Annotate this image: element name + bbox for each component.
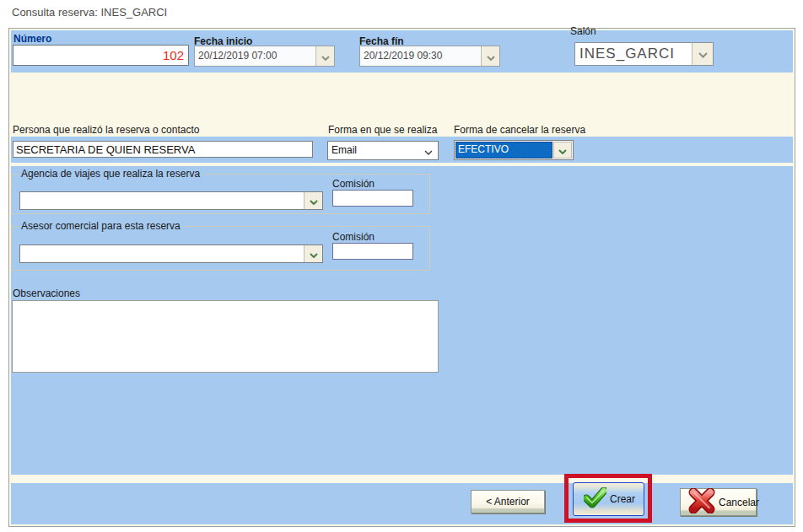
forma-cancelar-selected-value: EFECTIVO xyxy=(455,142,552,159)
chevron-down-icon xyxy=(487,49,495,64)
asesor-group-label: Asesor comercial para esta reserva xyxy=(19,220,183,232)
cancelar-button[interactable]: Cancelar xyxy=(680,488,757,516)
salon-combo[interactable]: INES_GARCI xyxy=(574,42,714,66)
observaciones-label: Observaciones xyxy=(13,287,80,299)
persona-label: Persona que realizó la reserva o contact… xyxy=(13,124,199,136)
fecha-fin-combo[interactable]: 20/12/2019 09:30 xyxy=(359,46,500,67)
anterior-button-label: < Anterior xyxy=(486,496,530,508)
forma-cancelar-label: Forma de cancelar la reserva xyxy=(454,124,585,136)
asesor-groupbox: Asesor comercial para esta reserva Comis… xyxy=(11,226,430,271)
numero-label: Número xyxy=(13,33,51,45)
chevron-down-icon xyxy=(424,143,433,159)
fecha-inicio-value: 20/12/2019 07:00 xyxy=(195,46,315,66)
check-icon xyxy=(584,487,606,511)
forma-cancelar-dropdown-button[interactable] xyxy=(553,142,572,159)
agencia-combo-value xyxy=(20,192,304,209)
forma-realiza-value: Email xyxy=(328,142,419,159)
agencia-comision-label: Comisión xyxy=(332,178,375,190)
agencia-dropdown-button[interactable] xyxy=(304,192,322,209)
fecha-inicio-dropdown-button[interactable] xyxy=(315,46,334,66)
fecha-inicio-combo[interactable]: 20/12/2019 07:00 xyxy=(194,46,335,67)
crear-button-label: Crear xyxy=(610,493,635,505)
numero-input[interactable] xyxy=(13,45,189,66)
asesor-comision-input[interactable] xyxy=(332,243,413,260)
asesor-dropdown-button[interactable] xyxy=(304,245,322,262)
forma-cancelar-combo[interactable]: EFECTIVO xyxy=(454,140,574,160)
asesor-comision-label: Comisión xyxy=(332,231,375,243)
agencia-comision-input[interactable] xyxy=(332,190,413,207)
persona-input[interactable] xyxy=(13,141,313,158)
anterior-button[interactable]: < Anterior xyxy=(471,490,545,513)
footer-band xyxy=(11,483,793,524)
chevron-down-icon xyxy=(558,142,567,158)
agencia-group-label: Agencia de viajes que realiza la reserva xyxy=(19,168,202,180)
observaciones-textarea[interactable] xyxy=(12,300,439,373)
x-icon xyxy=(688,488,715,516)
crear-button[interactable]: Crear xyxy=(573,482,644,516)
agencia-combo[interactable] xyxy=(19,191,323,210)
asesor-combo-value xyxy=(20,245,304,262)
chevron-down-icon xyxy=(321,49,330,64)
forma-realiza-label: Forma en que se realiza xyxy=(328,124,437,136)
forma-realiza-dropdown-button[interactable] xyxy=(419,142,438,159)
fecha-fin-value: 20/12/2019 09:30 xyxy=(360,46,481,66)
agencia-groupbox: Agencia de viajes que realiza la reserva… xyxy=(11,174,430,214)
cancelar-button-label: Cancelar xyxy=(719,497,759,508)
page-title: Consulta reserva: INES_GARCI xyxy=(12,6,167,19)
chevron-down-icon xyxy=(698,46,708,62)
salon-label: Salón xyxy=(570,25,596,37)
chevron-down-icon xyxy=(310,193,318,208)
asesor-combo[interactable] xyxy=(19,245,323,263)
salon-value: INES_GARCI xyxy=(575,43,692,65)
forma-realiza-combo[interactable]: Email xyxy=(327,141,439,160)
salon-dropdown-button[interactable] xyxy=(692,43,713,65)
chevron-down-icon xyxy=(310,246,318,261)
fecha-fin-dropdown-button[interactable] xyxy=(481,46,499,66)
